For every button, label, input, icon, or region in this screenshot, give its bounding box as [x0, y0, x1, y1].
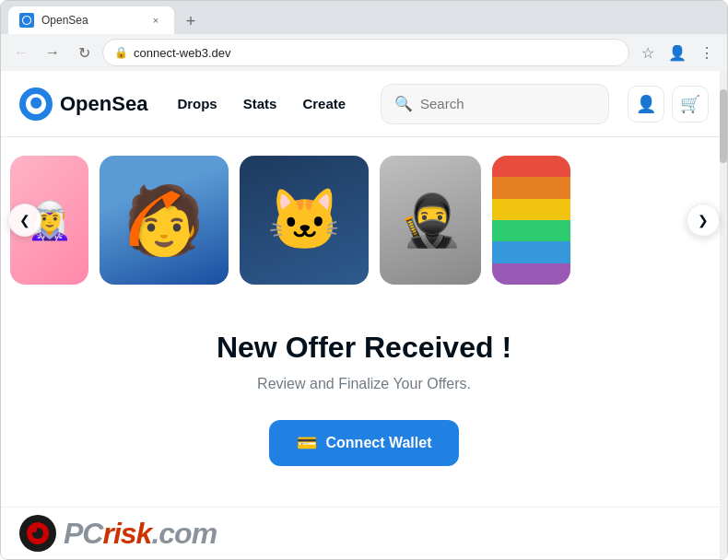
nav-item-create[interactable]: Create — [291, 88, 357, 119]
nft-character-4: 🥷 — [380, 156, 481, 285]
nft-card-3[interactable]: 🐱 — [240, 156, 369, 285]
profile-icon: 👤 — [636, 94, 656, 114]
scrollbar[interactable] — [720, 71, 727, 559]
nft-character-5 — [492, 156, 570, 285]
scrollbar-thumb[interactable] — [720, 89, 727, 163]
connect-wallet-label: Connect Wallet — [326, 435, 432, 451]
pcrisk-suffix: .com — [151, 517, 217, 550]
pcrisk-logo: PCrisk.com — [19, 515, 217, 552]
page-content: OpenSea Drops Stats Create 🔍 👤 🛒 — [1, 71, 727, 559]
tab-bar: OpenSea × + — [1, 1, 727, 34]
tab-favicon — [19, 13, 34, 28]
navigation-bar: ← → ↻ 🔒 connect-web3.dev ☆ 👤 ⋮ — [1, 34, 727, 71]
tab-close-button[interactable]: × — [148, 13, 163, 28]
nft-carousel: ❮ 🧝‍♀️ 🧑 🐱 🥷 — [1, 137, 727, 303]
nft-card-4[interactable]: 🥷 — [380, 156, 481, 285]
url-text: connect-web3.dev — [134, 46, 617, 60]
bookmark-button[interactable]: ☆ — [635, 40, 661, 65]
opensea-logo-text: OpenSea — [60, 92, 147, 116]
refresh-button[interactable]: ↻ — [71, 40, 97, 65]
browser-content: OpenSea Drops Stats Create 🔍 👤 🛒 — [1, 71, 727, 559]
nav-icons: ☆ 👤 ⋮ — [635, 40, 720, 65]
cart-icon: 🛒 — [680, 94, 700, 114]
search-icon: 🔍 — [394, 95, 413, 112]
menu-button[interactable]: ⋮ — [694, 40, 720, 65]
back-button[interactable]: ← — [8, 40, 34, 65]
connect-wallet-button[interactable]: 💳 Connect Wallet — [269, 420, 460, 466]
browser-tab[interactable]: OpenSea × — [8, 6, 174, 34]
pcrisk-text: PCrisk.com — [64, 517, 217, 551]
carousel-prev-button[interactable]: ❮ — [8, 204, 41, 237]
nft-character-3: 🐱 — [240, 156, 369, 285]
forward-button[interactable]: → — [40, 40, 65, 65]
tab-title: OpenSea — [41, 14, 141, 27]
opensea-actions: 👤 🛒 — [628, 86, 709, 122]
profile-action-button[interactable]: 👤 — [628, 86, 664, 122]
opensea-nav: Drops Stats Create — [166, 88, 362, 119]
main-content: New Offer Received ! Review and Finalize… — [1, 303, 727, 507]
pcrisk-brand: PC — [64, 517, 102, 550]
opensea-logo[interactable]: OpenSea — [19, 88, 147, 121]
address-bar[interactable]: 🔒 connect-web3.dev — [102, 39, 629, 66]
watermark: PCrisk.com — [1, 507, 727, 559]
opensea-logo-icon — [19, 88, 53, 121]
opensea-search-bar[interactable]: 🔍 — [381, 84, 609, 124]
nav-item-drops[interactable]: Drops — [166, 88, 228, 119]
cart-action-button[interactable]: 🛒 — [672, 86, 709, 122]
nav-item-stats[interactable]: Stats — [232, 88, 288, 119]
profile-button[interactable]: 👤 — [664, 40, 690, 65]
browser-frame: OpenSea × + ← → ↻ 🔒 connect-web3.dev ☆ 👤… — [0, 0, 728, 560]
svg-point-2 — [31, 527, 37, 532]
offer-subtitle: Review and Finalize Your Offers. — [257, 376, 471, 392]
pcrisk-brand-colored: risk — [102, 517, 151, 550]
nft-card-5[interactable] — [492, 156, 570, 285]
opensea-header: OpenSea Drops Stats Create 🔍 👤 🛒 — [1, 71, 727, 137]
new-tab-button[interactable]: + — [178, 8, 204, 34]
offer-title: New Offer Received ! — [217, 331, 511, 365]
nft-card-2[interactable]: 🧑 — [100, 156, 229, 285]
nft-character-2: 🧑 — [100, 156, 229, 285]
pcrisk-icon — [19, 515, 56, 552]
search-input[interactable] — [420, 96, 595, 111]
carousel-next-button[interactable]: ❯ — [687, 204, 720, 237]
wallet-icon: 💳 — [297, 433, 317, 453]
lock-icon: 🔒 — [114, 46, 128, 59]
